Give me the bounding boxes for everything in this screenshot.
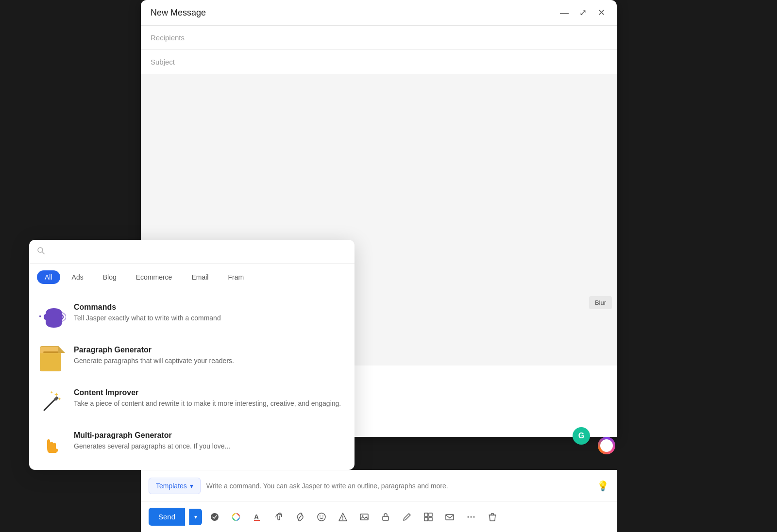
templates-panel: All Ads Blog Ecommerce Email Fram	[29, 240, 355, 470]
purple-ring-icon[interactable]	[598, 437, 615, 454]
svg-rect-24	[429, 513, 432, 516]
svg-line-6	[44, 399, 56, 410]
svg-point-29	[471, 516, 472, 517]
lock-icon[interactable]	[377, 508, 394, 526]
text-color-icon[interactable]: A	[249, 508, 266, 526]
dropdown-arrow-icon: ▾	[190, 482, 193, 490]
send-dropdown-button[interactable]: ▾	[189, 509, 202, 525]
template-paragraph-content: Paragraph Generator Generate paragraphs …	[74, 346, 345, 366]
svg-text:✦: ✦	[58, 397, 62, 401]
link-icon[interactable]	[291, 508, 309, 526]
search-input[interactable]	[50, 248, 347, 256]
compose-controls: — ⤢ ✕	[558, 7, 607, 18]
templates-search-bar	[29, 240, 355, 264]
svg-point-16	[320, 515, 321, 516]
svg-text:✦: ✦	[50, 390, 53, 395]
svg-rect-25	[424, 517, 428, 521]
subject-field[interactable]: Subject	[141, 50, 617, 74]
compose-toolbar: Send ▾ A	[141, 501, 617, 532]
category-all[interactable]: All	[37, 270, 60, 284]
search-icon	[37, 247, 45, 256]
more-options-icon[interactable]	[462, 508, 480, 526]
template-commands-name: Commands	[74, 303, 345, 312]
templates-list: Commands Tell Jasper exactly what to wri…	[29, 291, 355, 470]
svg-line-1	[42, 252, 44, 254]
lightbulb-icon[interactable]: 💡	[597, 480, 609, 492]
template-multi-desc: Generates several paragraphs at once. If…	[74, 442, 345, 451]
svg-point-15	[318, 513, 325, 521]
template-improver-content: Content Improver Take a piece of content…	[74, 388, 345, 409]
template-improver-desc: Take a piece of content and rewrite it t…	[74, 399, 345, 409]
minimize-button[interactable]: —	[558, 7, 570, 18]
warning-icon[interactable]	[334, 508, 352, 526]
compose-title: New Message	[151, 8, 206, 18]
color-wheel-icon[interactable]	[227, 508, 245, 526]
svg-rect-20	[360, 514, 368, 520]
grid-icon[interactable]	[420, 508, 437, 526]
template-improver-name: Content Improver	[74, 388, 345, 397]
svg-point-28	[468, 516, 469, 517]
category-blog[interactable]: Blog	[95, 270, 124, 284]
pencil-icon[interactable]	[398, 508, 416, 526]
svg-text:A: A	[254, 513, 259, 521]
commands-icon	[39, 303, 66, 330]
templates-button[interactable]: Templates ▾	[149, 478, 201, 494]
blur-button[interactable]: Blur	[589, 296, 612, 309]
template-paragraph-desc: Generate paragraphs that will captivate …	[74, 356, 345, 366]
paragraph-icon	[39, 346, 66, 373]
categories-bar: All Ads Blog Ecommerce Email Fram	[29, 264, 355, 291]
send-button[interactable]: Send	[149, 508, 185, 526]
template-commands-desc: Tell Jasper exactly what to write with a…	[74, 314, 345, 323]
delete-icon[interactable]	[484, 508, 501, 526]
svg-rect-27	[446, 515, 454, 520]
svg-rect-22	[383, 516, 388, 520]
template-commands-content: Commands Tell Jasper exactly what to wri…	[74, 303, 345, 323]
attachment-icon[interactable]	[270, 508, 287, 526]
svg-point-21	[362, 515, 364, 516]
template-item-content-improver[interactable]: ✦ ✦ ✦ Content Improver Take a piece of c…	[29, 381, 355, 423]
expand-button[interactable]: ⤢	[577, 7, 589, 18]
category-ads[interactable]: Ads	[64, 270, 91, 284]
svg-point-17	[322, 515, 323, 516]
content-improver-icon: ✦ ✦ ✦	[39, 388, 66, 416]
template-multi-name: Multi-paragraph Generator	[74, 431, 345, 440]
svg-point-30	[473, 516, 475, 517]
svg-rect-23	[424, 513, 428, 516]
format-check-icon[interactable]	[206, 508, 223, 526]
close-button[interactable]: ✕	[595, 7, 607, 18]
svg-point-19	[342, 519, 343, 520]
svg-point-11	[211, 513, 219, 521]
image-icon[interactable]	[355, 508, 373, 526]
svg-point-5	[44, 314, 48, 320]
grammarly-badge[interactable]: G	[573, 427, 590, 445]
templates-label: Templates	[156, 482, 187, 490]
template-paragraph-name: Paragraph Generator	[74, 346, 345, 354]
template-multi-content: Multi-paragraph Generator Generates seve…	[74, 431, 345, 451]
template-item-commands[interactable]: Commands Tell Jasper exactly what to wri…	[29, 295, 355, 338]
category-fram[interactable]: Fram	[220, 270, 252, 284]
emoji-icon[interactable]	[313, 508, 330, 526]
compose-header: New Message — ⤢ ✕	[141, 0, 617, 26]
category-ecommerce[interactable]: Ecommerce	[128, 270, 180, 284]
command-input[interactable]	[206, 482, 591, 490]
purple-ring-inner	[600, 439, 613, 452]
category-email[interactable]: Email	[184, 270, 216, 284]
envelope-icon[interactable]	[441, 508, 458, 526]
template-item-paragraph[interactable]: Paragraph Generator Generate paragraphs …	[29, 338, 355, 381]
svg-rect-26	[429, 517, 432, 521]
template-item-multi-paragraph[interactable]: Multi-paragraph Generator Generates seve…	[29, 423, 355, 466]
bottom-bar: Templates ▾ 💡	[141, 470, 617, 501]
multi-paragraph-icon	[39, 431, 66, 458]
recipients-field[interactable]: Recipients	[141, 26, 617, 50]
